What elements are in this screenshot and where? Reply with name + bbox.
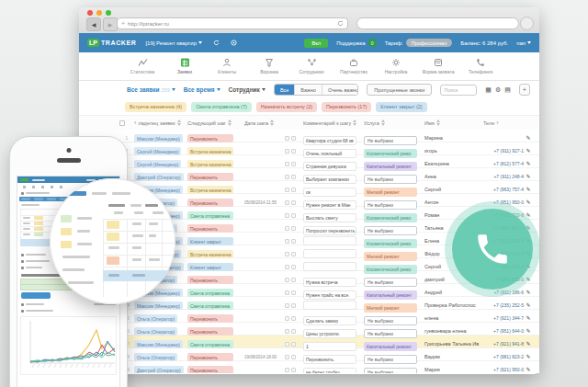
next-step-badge[interactable]: Перезвонить <box>187 173 233 181</box>
flag-checkbox[interactable] <box>285 252 289 256</box>
edit-icon[interactable]: ✎ <box>524 328 533 334</box>
flag-checkbox[interactable] <box>285 149 289 154</box>
add-lead-button[interactable]: + <box>519 84 530 96</box>
edit-icon[interactable]: ✎ <box>524 174 533 179</box>
flag-checkbox[interactable] <box>291 316 296 321</box>
all-leads-dropdown[interactable]: Все заявки 259 <box>127 86 175 93</box>
search-input[interactable] <box>440 85 477 96</box>
edit-icon[interactable]: ✎ <box>524 302 533 308</box>
edit-icon[interactable]: ✎ <box>524 199 533 205</box>
flag-checkbox[interactable] <box>285 188 289 192</box>
flag-checkbox[interactable] <box>285 316 289 321</box>
step-date[interactable]: 05/08/2014 21:55 <box>244 200 283 205</box>
column-owner[interactable]: ‹ладелец заявки <box>134 120 187 126</box>
nav-item-capture-form[interactable]: Форма захвата <box>417 57 459 74</box>
column-next-step[interactable]: Следующий шаг <box>187 120 244 126</box>
flag-checkbox[interactable] <box>291 226 296 231</box>
flag-checkbox[interactable] <box>285 175 289 179</box>
comment-field[interactable] <box>303 249 356 258</box>
browser-forward-button[interactable]: ▶ <box>103 17 118 31</box>
flag-checkbox[interactable] <box>285 265 289 269</box>
next-step-badge[interactable]: Перезвонить <box>187 366 233 373</box>
flag-checkbox[interactable] <box>291 239 296 244</box>
nav-item-settings[interactable]: Настройка <box>375 57 417 74</box>
importance-important-button[interactable]: Важно <box>294 85 322 95</box>
address-bar[interactable]: + http://lptracker.ru <box>117 17 348 29</box>
edit-icon[interactable]: ✎ <box>524 148 533 154</box>
step-date[interactable]: 19/08/2014 18:00 <box>244 355 283 359</box>
flag-checkbox[interactable] <box>291 342 296 347</box>
flag-checkbox[interactable] <box>285 136 289 141</box>
support-link[interactable]: Поддержка 0 <box>336 39 376 47</box>
flag-checkbox[interactable] <box>291 329 296 334</box>
next-step-badge[interactable]: Смета отправлена <box>187 340 233 348</box>
table-row[interactable]: 19 Дмитрий (Оператор) Перезвонить не бер… <box>79 361 539 373</box>
next-step-badge[interactable]: Перезвонить <box>187 327 233 336</box>
table-row[interactable]: 14 Максим (Менеджер) Смета отправлена Ме… <box>79 297 539 310</box>
reload-icon[interactable] <box>337 20 344 27</box>
time-range-dropdown[interactable]: Все время <box>184 86 220 93</box>
columns-view-icon[interactable]: ▤ <box>504 86 511 94</box>
table-row[interactable]: 17 Максим (Менеджер) Смета отправлена 1 … <box>79 336 539 348</box>
nav-item-statistics[interactable]: Статистика <box>121 57 164 74</box>
flag-checkbox[interactable] <box>291 136 296 141</box>
next-step-badge[interactable]: Перезвонить <box>187 276 233 284</box>
minimize-window-icon[interactable] <box>96 10 102 16</box>
flag-checkbox[interactable] <box>285 355 289 359</box>
lptracker-logo[interactable]: LP TRACKER <box>87 39 136 47</box>
grid-view-icon[interactable]: ▦ <box>485 86 492 94</box>
help-icon[interactable] <box>231 40 237 46</box>
comment-field[interactable] <box>303 301 356 310</box>
next-step-badge[interactable]: Перезвонить <box>187 314 233 323</box>
table-row[interactable]: 2 Сергей (Менеджер) Встреча назначена Оч… <box>79 142 539 155</box>
close-window-icon[interactable] <box>87 10 93 16</box>
flag-checkbox[interactable] <box>291 265 296 269</box>
column-service[interactable]: Услуга <box>364 120 424 126</box>
flag-checkbox[interactable] <box>291 355 296 359</box>
employee-dropdown[interactable]: Сотрудник <box>229 86 266 93</box>
flag-checkbox[interactable] <box>285 239 289 244</box>
nav-item-leads[interactable]: Заявки <box>164 57 206 74</box>
nav-item-telephony[interactable]: Телефония <box>459 57 502 74</box>
next-step-badge[interactable]: Встреча назначена <box>187 147 233 155</box>
column-name[interactable]: Имя <box>424 120 483 126</box>
comment-field[interactable]: не берет трубку <box>303 368 356 373</box>
flag-checkbox[interactable] <box>291 368 296 372</box>
flag-checkbox[interactable] <box>291 278 296 282</box>
next-step-badge[interactable]: Клиент закрыт <box>187 237 233 245</box>
column-comment[interactable]: Комментарий к шагу <box>303 120 364 126</box>
table-row[interactable]: 16 Ольга (Оператор) Перезвонить Цены уст… <box>79 323 539 336</box>
project-selector[interactable]: [19] Ремонт квартир <box>145 40 202 46</box>
browser-search-field[interactable] <box>356 17 519 29</box>
flag-checkbox[interactable] <box>285 303 289 308</box>
next-step-badge[interactable]: Встреча назначена <box>187 250 233 258</box>
edit-icon[interactable]: ✎ <box>524 135 533 141</box>
next-step-badge[interactable]: Перезвонить <box>187 224 233 233</box>
flag-checkbox[interactable] <box>291 175 296 179</box>
refresh-icon[interactable] <box>213 40 220 46</box>
edit-icon[interactable]: ✎ <box>524 161 533 166</box>
power-toggle-button[interactable]: Вкл <box>304 39 328 48</box>
flag-checkbox[interactable] <box>285 329 289 334</box>
table-row[interactable]: 4 Дмитрий (Оператор) Перезвонить Выбирае… <box>79 168 539 181</box>
flag-checkbox[interactable] <box>285 278 289 282</box>
comment-field[interactable] <box>303 262 356 271</box>
flag-checkbox[interactable] <box>285 213 289 218</box>
next-step-badge[interactable]: Встреча назначена <box>187 186 233 194</box>
flag-checkbox[interactable] <box>285 226 289 231</box>
edit-icon[interactable]: ✎ <box>524 315 533 321</box>
flag-checkbox[interactable] <box>285 290 289 295</box>
flag-checkbox[interactable] <box>285 342 289 347</box>
table-row[interactable]: 1 Максим (Менеджер) Перезвонить Квартира… <box>79 130 539 142</box>
flag-checkbox[interactable] <box>291 252 296 256</box>
nav-item-partnership[interactable]: Партнерство <box>333 57 375 74</box>
edit-icon[interactable]: ✎ <box>524 187 533 192</box>
importance-all-button[interactable]: Все <box>275 85 294 95</box>
maximize-window-icon[interactable] <box>106 10 111 16</box>
flag-checkbox[interactable] <box>291 162 296 166</box>
edit-icon[interactable]: ✎ <box>524 290 533 295</box>
status-tag[interactable]: Встреча назначена (4) <box>125 102 187 112</box>
flag-checkbox[interactable] <box>285 200 289 205</box>
flag-checkbox[interactable] <box>291 200 296 205</box>
select-all-checkbox[interactable] <box>119 120 125 126</box>
